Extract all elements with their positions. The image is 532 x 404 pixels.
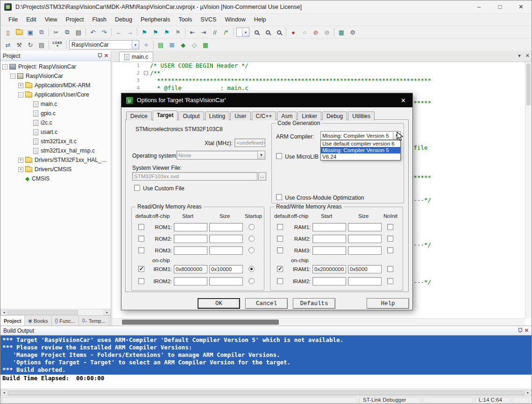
start-field[interactable] [174, 246, 207, 255]
maximize-button[interactable]: □ [489, 0, 511, 13]
panel-tab-project[interactable]: Project [0, 316, 25, 326]
save-all-icon[interactable]: ⧉ [36, 27, 47, 37]
start-field[interactable]: 0x8000000 [174, 265, 207, 273]
tree-item[interactable]: -RaspVisionCar [0, 71, 111, 81]
pin-icon[interactable] [518, 327, 522, 334]
menu-project[interactable]: Project [62, 14, 88, 25]
use-custom-file-checkbox[interactable] [134, 185, 140, 191]
start-field[interactable] [174, 277, 207, 286]
tree-item[interactable]: +gpio.c [0, 109, 111, 118]
close-tab-icon[interactable]: ✕ [525, 53, 530, 59]
tree-item[interactable]: +i2c.c [0, 118, 111, 127]
dialog-tab-user[interactable]: User [230, 111, 250, 120]
help-button[interactable]: Help [367, 298, 409, 309]
size-field[interactable] [209, 277, 243, 286]
dialog-tab-utilities[interactable]: Utilities [348, 111, 375, 120]
close-button[interactable]: ✕ [511, 0, 532, 13]
tree-item[interactable]: -Application/User/Core [0, 90, 111, 99]
size-field[interactable] [209, 223, 243, 231]
close-panel-icon[interactable]: ✕ [104, 53, 108, 59]
select-software-packs-icon[interactable]: ◇ [189, 40, 200, 50]
bookmark-next-icon[interactable]: ⚑ [161, 27, 172, 37]
start-field[interactable] [312, 223, 346, 231]
startup-radio[interactable] [248, 266, 255, 272]
defaults-button[interactable]: Defaults [293, 298, 335, 309]
collapse-icon[interactable]: - [2, 64, 7, 70]
default-checkbox[interactable] [277, 247, 283, 253]
start-field[interactable] [312, 277, 346, 286]
compiler-option[interactable]: Missing: Compiler Version 5 [321, 147, 400, 153]
incremental-find-icon[interactable] [273, 27, 284, 37]
bookmark-toggle-icon[interactable]: ⚑ [139, 27, 150, 37]
chevron-down-icon[interactable]: ▾ [242, 28, 249, 36]
start-field[interactable] [312, 235, 346, 243]
scroll-left-icon[interactable]: ◄ [0, 390, 7, 396]
default-checkbox[interactable] [138, 266, 144, 272]
tab-list-dropdown-icon[interactable]: ▾ [518, 53, 521, 59]
noinit-checkbox[interactable] [387, 224, 393, 230]
menu-edit[interactable]: Edit [22, 14, 41, 25]
dialog-titlebar[interactable]: µ Options for Target 'RaspVisionCar' ✕ [121, 93, 412, 107]
scrollbar-thumb[interactable] [8, 390, 524, 395]
cancel-button[interactable]: Cancel [245, 298, 288, 309]
size-field[interactable] [348, 277, 382, 286]
tree-item[interactable]: +stm32f1xx_hal_msp.c [0, 146, 111, 155]
size-field[interactable] [348, 223, 382, 231]
bookmark-clear-icon[interactable]: ⚑ [172, 27, 184, 37]
tab-main-c[interactable]: main.c [119, 52, 153, 62]
browse-button[interactable]: ... [258, 172, 266, 181]
noinit-checkbox[interactable] [387, 247, 393, 253]
scrollbar-thumb[interactable] [8, 310, 78, 315]
dialog-tab-device[interactable]: Device [126, 111, 152, 120]
download-to-flash-icon[interactable]: LOAD▼ [50, 40, 64, 50]
noinit-checkbox[interactable] [387, 278, 393, 284]
menu-tools[interactable]: Tools [174, 14, 196, 25]
default-checkbox[interactable] [277, 278, 283, 284]
scrollbar-thumb[interactable] [526, 63, 531, 105]
noinit-checkbox[interactable] [387, 266, 393, 272]
default-checkbox[interactable] [277, 266, 283, 272]
build-output-content[interactable]: *** Target 'RaspVisionCar' uses ARM-Comp… [0, 335, 532, 389]
undo-icon[interactable]: ↶ [87, 27, 99, 37]
comment-icon[interactable]: // [209, 27, 220, 37]
new-file-icon[interactable]: ▯ [2, 27, 14, 37]
tree-item[interactable]: +Drivers/CMSIS [0, 165, 111, 174]
menu-help[interactable]: Help [250, 14, 270, 25]
find-text-combo[interactable]: ▾ [236, 28, 249, 37]
cross-module-optimization-checkbox[interactable] [276, 194, 282, 200]
copy-icon[interactable]: ⧉ [62, 27, 73, 37]
menu-window[interactable]: Window [220, 14, 249, 25]
tree-item[interactable]: +stm32f1xx_it.c [0, 137, 111, 146]
panel-tab-temp[interactable]: 0₊Temp... [79, 316, 109, 326]
redo-icon[interactable]: ↷ [99, 27, 110, 37]
manage-rte-icon[interactable]: ◆ [177, 40, 189, 50]
paste-icon[interactable]: ▤ [73, 27, 84, 37]
collapse-icon[interactable]: - [18, 92, 23, 98]
menu-file[interactable]: File [4, 14, 22, 25]
minimize-button[interactable]: – [468, 0, 489, 13]
configure-tools-icon[interactable]: ⚙ [347, 27, 358, 37]
compiler-option[interactable]: V6.24 [321, 153, 400, 160]
start-field[interactable] [312, 246, 346, 255]
operating-system-combo[interactable]: None ▼ [177, 151, 265, 160]
bookmark-prev-icon[interactable]: ⚑ [150, 27, 161, 37]
translate-file-icon[interactable]: ⇄ [2, 40, 14, 50]
find-in-files-icon[interactable] [251, 27, 262, 37]
editor-vscrollbar[interactable] [525, 62, 532, 318]
dialog-tab-target[interactable]: Target [153, 111, 178, 121]
size-field[interactable]: 0x10000 [209, 265, 243, 273]
use-microlib-checkbox[interactable] [276, 153, 282, 159]
default-checkbox[interactable] [138, 236, 144, 242]
disable-breakpoints-icon[interactable]: ⊘ [310, 27, 321, 37]
select-target-combo[interactable]: RaspVisionCar▾ [69, 40, 139, 49]
default-checkbox[interactable] [138, 224, 144, 230]
dialog-close-icon[interactable]: ✕ [399, 97, 408, 104]
panel-tab-books[interactable]: ◉Books [25, 316, 51, 326]
size-field[interactable]: 0x5000 [348, 265, 382, 273]
expand-icon[interactable]: + [18, 158, 23, 163]
configure-windows-icon[interactable]: ▦ [336, 27, 347, 37]
menu-flash[interactable]: Flash [88, 14, 111, 25]
save-icon[interactable]: ▣ [25, 27, 36, 37]
size-field[interactable] [209, 235, 243, 243]
project-tree-hscrollbar[interactable]: ◄ ► [0, 309, 111, 315]
